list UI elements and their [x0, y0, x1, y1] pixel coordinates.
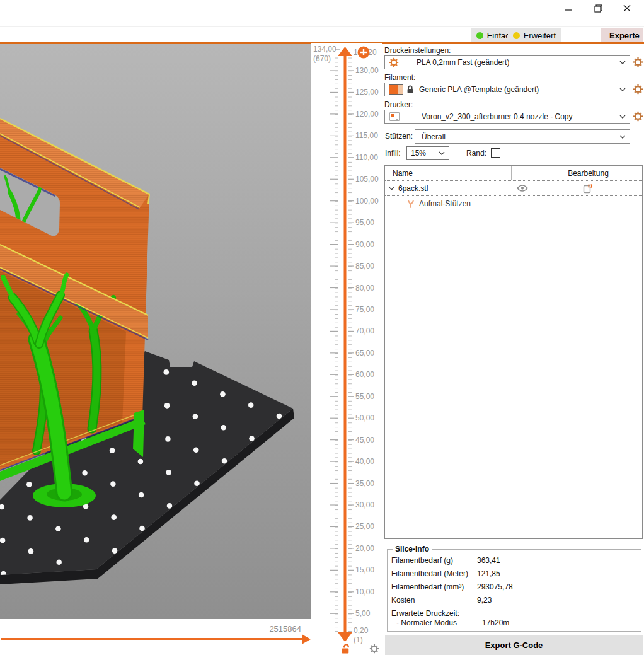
- supports-value: Überall: [422, 132, 446, 141]
- preset-gear-icon: [389, 57, 399, 67]
- svg-text:65,00: 65,00: [355, 349, 374, 357]
- filament-color-swatch: [389, 84, 403, 95]
- close-button[interactable]: [618, 1, 636, 15]
- svg-text:100,00: 100,00: [355, 197, 379, 206]
- lock-icon[interactable]: [342, 644, 349, 654]
- slider-top-thumb[interactable]: [338, 47, 352, 56]
- restore-icon: [594, 4, 602, 13]
- mode-label-experte: Experte: [609, 31, 640, 40]
- object-row-6pack[interactable]: 6pack.stl: [385, 180, 642, 195]
- supports-label: Stützen:: [385, 132, 413, 141]
- export-gcode-button[interactable]: Export G-Code: [385, 635, 643, 655]
- chevron-down-icon: [619, 115, 626, 119]
- slice-info-row: Filamentbedarf (mm³) 293075,78: [391, 583, 641, 596]
- infill-combo[interactable]: 15%: [406, 146, 449, 160]
- svg-text:15,00: 15,00: [355, 565, 374, 574]
- object-list: Name Bearbeitung 6pack.stl Aufmal-S: [384, 165, 643, 539]
- svg-text:85,00: 85,00: [355, 262, 374, 270]
- title-bar: [0, 0, 644, 26]
- svg-text:35,00: 35,00: [355, 479, 374, 488]
- svg-text:105,00: 105,00: [355, 175, 379, 183]
- filament-combo[interactable]: Generic PLA @Template (geändert): [384, 83, 630, 96]
- svg-text:110,00: 110,00: [355, 153, 378, 162]
- add-layer-range-button[interactable]: [358, 47, 370, 59]
- slice-info-label: Filamentbedarf (mm³): [391, 583, 477, 591]
- svg-text:80,00: 80,00: [355, 284, 374, 293]
- printer-combo[interactable]: Voron_v2_300_afterburner 0.4 nozzle - Co…: [384, 110, 630, 124]
- svg-text:55,00: 55,00: [355, 392, 374, 401]
- chevron-down-icon: [439, 151, 445, 155]
- slice-info-value: 363,41: [477, 556, 500, 565]
- slice-info-value: 9,23: [477, 596, 492, 605]
- svg-text:60,00: 60,00: [355, 370, 374, 379]
- minimize-icon: [565, 4, 572, 12]
- lock-closed-icon: [406, 85, 414, 94]
- slider-ticks: [330, 58, 354, 631]
- infill-label: Infill:: [385, 149, 401, 158]
- restore-button[interactable]: [589, 1, 607, 15]
- svg-text:70,00: 70,00: [355, 327, 374, 335]
- supports-combo[interactable]: Überall: [415, 129, 630, 144]
- slider-current-value: 134,00: [313, 45, 336, 54]
- mode-button-experte[interactable]: Experte: [601, 28, 643, 43]
- svg-text:125,00: 125,00: [355, 88, 379, 96]
- slice-info-value: 17h20m: [482, 618, 509, 627]
- svg-text:20,00: 20,00: [355, 544, 374, 553]
- slider-bottom-layer-label: (1): [354, 635, 363, 644]
- svg-text:75,00: 75,00: [355, 305, 374, 314]
- edit-settings-icon[interactable]: [583, 183, 593, 194]
- print-settings-gear-button[interactable]: [633, 57, 643, 67]
- slice-info-row: - Normaler Modus 17h20m: [391, 618, 641, 628]
- slice-info-label: Kosten: [391, 596, 477, 605]
- filament-gear-button[interactable]: [633, 84, 643, 95]
- chevron-down-icon: [619, 135, 626, 139]
- object-row-paint-supports[interactable]: Aufmal-Stützen: [385, 195, 642, 211]
- slice-info-value: 121,85: [477, 569, 500, 578]
- svg-text:50,00: 50,00: [355, 414, 374, 422]
- 3d-viewport[interactable]: [0, 44, 311, 619]
- slice-info-row: Kosten 9,23: [391, 596, 641, 609]
- column-header-eye: [511, 166, 534, 180]
- slider-current-layer: (670): [313, 54, 331, 63]
- slice-info-title: Slice-Info: [393, 545, 432, 554]
- column-header-name: Name: [385, 169, 511, 178]
- slider-bottom-thumb[interactable]: [338, 632, 352, 642]
- svg-text:30,00: 30,00: [355, 501, 374, 509]
- svg-text:115,00: 115,00: [355, 131, 378, 140]
- filament-label: Filament:: [384, 73, 415, 82]
- object-list-header: Name Bearbeitung: [385, 166, 642, 180]
- printer-label: Drucker:: [384, 100, 413, 109]
- expand-chevron-icon[interactable]: [389, 187, 394, 190]
- extrusion-count-label: 2515864: [151, 624, 301, 634]
- slice-info-row: Filamentbedarf (g) 363,41: [391, 556, 641, 569]
- svg-text:90,00: 90,00: [355, 240, 374, 249]
- chevron-down-icon: [619, 61, 626, 64]
- slider-gear-icon[interactable]: [370, 644, 379, 653]
- print-settings-combo[interactable]: PLA 0,2mm Fast (geändert): [384, 55, 630, 69]
- minimize-button[interactable]: [559, 1, 578, 15]
- horizontal-move-slider[interactable]: [1, 638, 302, 640]
- slice-info-label: Erwartete Druckzeit:: [391, 609, 477, 618]
- mode-bar: Einfach Erweitert Experte: [0, 27, 644, 42]
- svg-text:10,00: 10,00: [355, 588, 374, 596]
- object-sub-name: Aufmal-Stützen: [419, 199, 471, 208]
- printer-value: Voron_v2_300_afterburner 0.4 nozzle - Co…: [422, 112, 573, 121]
- infill-value: 15%: [411, 149, 426, 158]
- printer-icon: [389, 112, 400, 121]
- paint-supports-icon: [406, 199, 415, 208]
- mode-dot-einfach: [476, 32, 483, 39]
- object-name: 6pack.stl: [398, 184, 428, 193]
- brim-checkbox[interactable]: [491, 148, 500, 158]
- svg-text:5,00: 5,00: [355, 609, 371, 618]
- brim-label: Rand:: [466, 149, 486, 158]
- filament-value: Generic PLA @Template (geändert): [419, 85, 539, 94]
- print-settings-label: Druckeinstellungen:: [384, 46, 451, 55]
- slice-info-value: 293075,78: [477, 583, 513, 591]
- horizontal-slider-arrowhead[interactable]: [302, 634, 311, 644]
- eye-icon[interactable]: [517, 185, 528, 192]
- svg-text:95,00: 95,00: [355, 218, 374, 227]
- slider-tick-labels: 130,00125,00120,00115,00110,00105,00100,…: [355, 66, 379, 618]
- mode-button-erweitert[interactable]: Erweitert: [508, 28, 561, 43]
- svg-text:130,00: 130,00: [355, 66, 379, 75]
- printer-gear-button[interactable]: [633, 111, 643, 122]
